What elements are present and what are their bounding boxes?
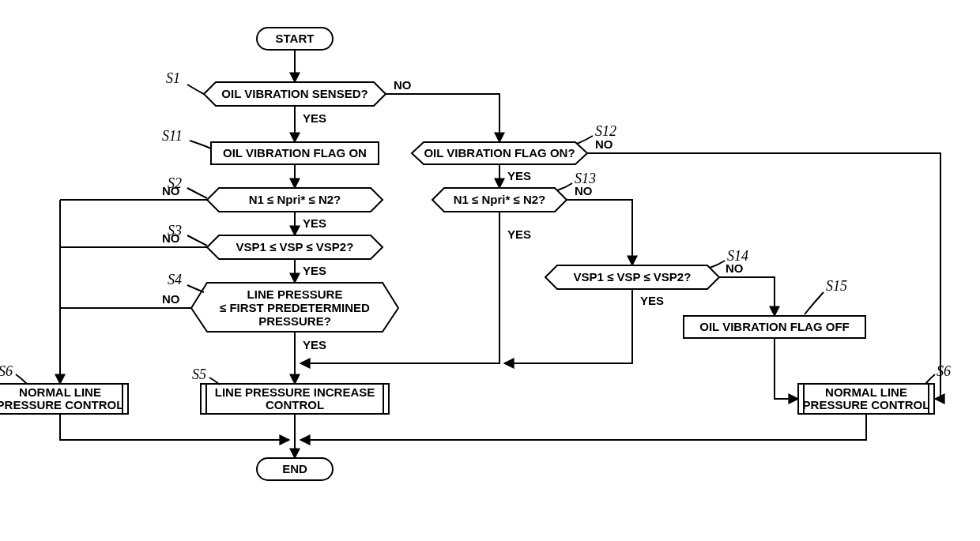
node-s6r-label-l1: NORMAL LINE [825, 385, 907, 399]
edge-label-s3-yes: YES [303, 264, 326, 277]
edge-label-s14-yes: YES [640, 294, 664, 307]
node-s14: VSP1 ≤ VSP ≤ VSP2? [545, 265, 719, 289]
node-s2: N1 ≤ Npri* ≤ N2? [207, 188, 383, 212]
node-s6l-label-l2: PRESSURE CONTROL [0, 398, 123, 411]
tag-s4: S4 [168, 272, 182, 287]
tag-s13-leader [557, 183, 572, 190]
node-s11-label: OIL VIBRATION FLAG ON [223, 146, 367, 160]
node-s13: N1 ≤ Npri* ≤ N2? [432, 188, 567, 212]
node-s5-label-l2: CONTROL [266, 398, 324, 411]
edge-s6l-end [60, 414, 289, 440]
tag-s11-leader [190, 141, 211, 148]
tag-s6-right: S6 [937, 363, 951, 379]
node-s6r-label-l2: PRESSURE CONTROL [803, 398, 930, 411]
node-s4: LINE PRESSURE ≤ FIRST PREDETERMINED PRES… [191, 283, 398, 332]
node-end: END [257, 458, 333, 480]
node-s4-label-l1: LINE PRESSURE [247, 287, 343, 301]
node-start: START [257, 28, 333, 50]
tag-s3-leader [187, 235, 207, 246]
node-s15: OIL VIBRATION FLAG OFF [684, 316, 865, 338]
edge-label-s12-yes: YES [507, 169, 531, 182]
tag-s3: S3 [168, 223, 182, 239]
tag-s13: S13 [575, 171, 596, 186]
edge-label-s4-yes: YES [303, 338, 326, 351]
tag-s1: S1 [166, 70, 180, 86]
node-s12: OIL VIBRATION FLAG ON? [412, 142, 587, 164]
tag-s15: S15 [826, 278, 847, 294]
tag-s2: S2 [168, 175, 182, 191]
node-s5: LINE PRESSURE INCREASE CONTROL [201, 384, 389, 414]
tag-s4-leader [187, 285, 204, 292]
node-s15-label: OIL VIBRATION FLAG OFF [699, 320, 849, 333]
node-s2-label: N1 ≤ Npri* ≤ N2? [249, 193, 341, 206]
tag-s12: S12 [595, 123, 616, 139]
node-s3-label: VSP1 ≤ VSP ≤ VSP2? [236, 240, 354, 254]
node-end-label: END [282, 462, 307, 475]
tag-s11: S11 [162, 128, 183, 144]
edge-label-s2-yes: YES [303, 216, 326, 230]
edge-label-s12-no: NO [595, 137, 613, 151]
tag-s6l-leader [16, 374, 27, 384]
tag-s15-leader [805, 292, 824, 314]
node-s6-right: NORMAL LINE PRESSURE CONTROL [798, 384, 934, 414]
edge-label-s13-yes: YES [507, 227, 531, 241]
edge-s1-s12 [386, 94, 499, 142]
edge-s14-s15 [719, 277, 775, 316]
edge-label-s1-yes: YES [303, 111, 326, 125]
tag-s5: S5 [192, 366, 206, 382]
node-s5-label-l1: LINE PRESSURE INCREASE [215, 385, 375, 399]
edge-s13-s14 [567, 200, 632, 265]
tag-s12-leader [577, 136, 593, 144]
edge-s15-s6r [775, 338, 798, 399]
tag-s6r-leader [925, 374, 935, 384]
node-s4-label-l2: ≤ FIRST PREDETERMINED [220, 301, 370, 314]
node-s13-label: N1 ≤ Npri* ≤ N2? [454, 193, 545, 206]
node-s1: OIL VIBRATION SENSED? [204, 82, 386, 106]
node-s12-label: OIL VIBRATION FLAG ON? [424, 146, 575, 160]
tag-s2-leader [187, 188, 207, 198]
tag-s1-leader [187, 85, 204, 94]
node-s6l-label-l1: NORMAL LINE [19, 385, 101, 399]
tag-s14-leader [710, 261, 725, 268]
node-start-label: START [276, 32, 315, 45]
node-s1-label: OIL VIBRATION SENSED? [221, 87, 368, 100]
node-s4-label-l3: PRESSURE? [258, 314, 331, 328]
tag-s6-left: S6 [0, 363, 13, 379]
edge-s6r-end [300, 414, 866, 440]
node-s11: OIL VIBRATION FLAG ON [211, 142, 379, 164]
edge-s14-s5 [504, 289, 632, 363]
edge-label-s1-no: NO [394, 78, 412, 92]
node-s14-label: VSP1 ≤ VSP ≤ VSP2? [574, 270, 692, 284]
edge-label-s4-no: NO [162, 292, 180, 306]
tag-s14: S14 [727, 248, 748, 264]
node-s3: VSP1 ≤ VSP ≤ VSP2? [207, 235, 383, 259]
node-s6-left: NORMAL LINE PRESSURE CONTROL [0, 384, 128, 414]
